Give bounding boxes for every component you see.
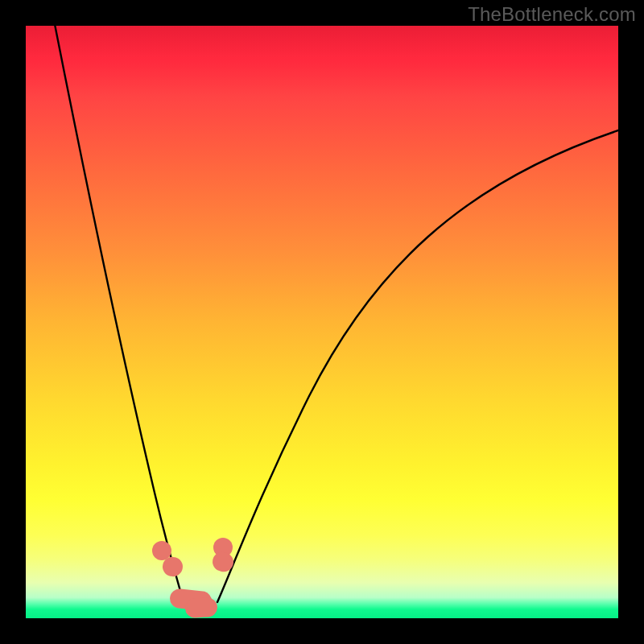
curve-left-arm [53, 26, 184, 602]
plot-area [26, 26, 618, 618]
watermark-text: TheBottleneck.com [468, 3, 636, 26]
curve-right-arm [217, 130, 618, 602]
marker-blob [184, 597, 218, 618]
outer-frame: TheBottleneck.com [0, 0, 644, 644]
bottleneck-curve [26, 26, 618, 618]
